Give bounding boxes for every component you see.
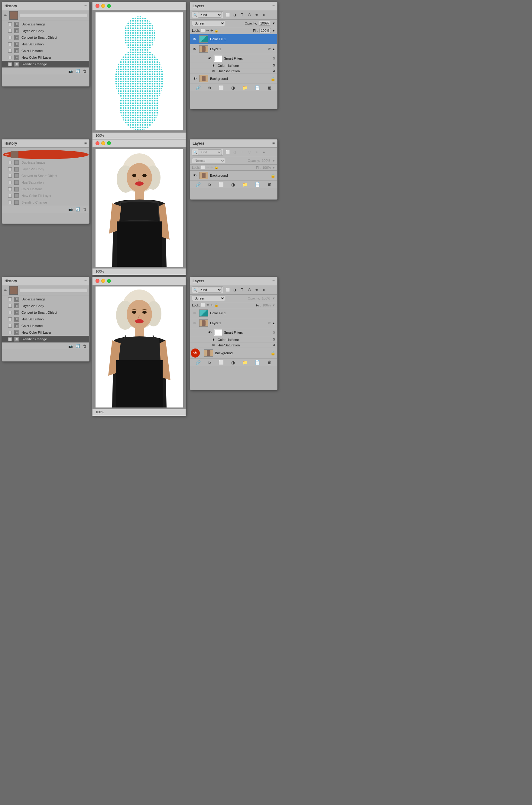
trash-icon-1[interactable]: 🗑 — [82, 69, 87, 74]
eye-hue-sat-1[interactable]: 👁 — [212, 69, 215, 73]
group-btn-2[interactable]: 📁 — [242, 182, 247, 187]
checkbox-1-2[interactable] — [8, 36, 12, 39]
eye-smart-filters-1[interactable]: 👁 — [207, 56, 212, 61]
lock-pixel-icon-3[interactable]: ⬜ — [201, 303, 205, 307]
group-btn-1[interactable]: 📁 — [242, 85, 247, 90]
checkbox-3-3[interactable] — [8, 317, 12, 321]
history-item-3-0[interactable]: Duplicate Image — [2, 296, 89, 303]
hue-sat-row-3[interactable]: 👁 Hue/Saturation ⚙ — [190, 343, 277, 348]
delete-btn-3[interactable]: 🗑 — [267, 360, 272, 365]
history-item-3-5[interactable]: New Color Fill Layer — [2, 329, 89, 336]
new-layer-btn-1[interactable]: 📄 — [255, 85, 260, 90]
link-layers-btn-3[interactable]: 🔗 — [195, 360, 201, 365]
shape-filter-btn-1[interactable]: ⬡ — [246, 12, 252, 18]
mask-btn-3[interactable]: ⬜ — [218, 360, 224, 365]
history-item-2-4[interactable]: Color Halftone — [2, 186, 89, 193]
history-item-2-3[interactable]: Hue/Saturation — [2, 179, 89, 186]
layers-menu-icon-3[interactable]: ≡ — [272, 279, 275, 283]
adj-btn-3[interactable]: ◑ — [231, 360, 235, 365]
lock-all-icon-2[interactable]: 🔒 — [214, 165, 218, 169]
layer1-expand-icon-3[interactable]: ▲ — [272, 321, 276, 325]
adj-btn-2[interactable]: ◑ — [231, 182, 235, 187]
kind-search-1[interactable]: 🔍 Kind — [192, 12, 223, 18]
layer-item-color-fill-3[interactable]: 👁 Color Fill 1 — [190, 308, 277, 318]
blend-mode-select-3[interactable]: Screen Normal — [192, 296, 225, 301]
checkbox-3-4[interactable] — [8, 324, 12, 328]
close-button-3[interactable] — [96, 279, 99, 283]
lock-all-icon-1[interactable]: 🔒 — [214, 29, 218, 33]
delete-btn-2[interactable]: 🗑 — [267, 182, 272, 187]
smart-filter-btn-2[interactable]: ★ — [253, 149, 260, 155]
history-menu-icon-1[interactable]: ≡ — [84, 4, 87, 8]
lock-pixel-icon-2[interactable]: ⬜ — [201, 165, 205, 169]
camera-icon-1[interactable]: 📷 — [68, 69, 73, 74]
link-layers-btn-2[interactable]: 🔗 — [195, 182, 201, 187]
pixel-filter-btn-1[interactable]: ⬜ — [225, 12, 231, 18]
layer-item-layer1-1[interactable]: 👁 Layer 1 👁 ▲ — [190, 44, 277, 54]
hue-sat-adjust-1[interactable]: ⚙ — [272, 69, 276, 73]
history-menu-icon-2[interactable]: ≡ — [84, 141, 87, 146]
eye-color-fill-3[interactable]: 👁 — [192, 310, 197, 316]
history-item-1-5[interactable]: New Color Fill Layer — [2, 54, 89, 61]
adjustment-filter-btn-1[interactable]: ◑ — [232, 12, 238, 18]
kind-dropdown-1[interactable]: Kind — [198, 12, 222, 18]
color-halftone-adjust-3[interactable]: ⚙ — [272, 337, 276, 342]
lock-brush-icon-1[interactable]: ✏ — [206, 29, 209, 33]
kind-dropdown-3[interactable]: Kind — [198, 287, 222, 293]
history-item-2-2[interactable]: Convert to Smart Object — [2, 172, 89, 179]
toggle-filter-btn-2[interactable]: ● — [261, 149, 267, 155]
type-filter-btn-3[interactable]: T — [239, 287, 245, 293]
traffic-lights-3[interactable] — [96, 279, 111, 283]
history-item-2-0[interactable]: Duplicate Image — [2, 159, 89, 166]
layer-item-layer1-3[interactable]: 👁 Layer 1 👁 ▲ — [190, 318, 277, 328]
checkbox-2-2[interactable] — [8, 174, 12, 178]
checkbox-3-6[interactable] — [8, 337, 12, 341]
pixel-filter-btn-2[interactable]: ⬜ — [225, 149, 231, 155]
checkbox-3-5[interactable] — [8, 331, 12, 334]
checkbox-1-1[interactable] — [8, 29, 12, 33]
mask-btn-2[interactable]: ⬜ — [218, 182, 224, 187]
pixel-filter-btn-3[interactable]: ⬜ — [225, 287, 231, 293]
history-menu-icon-3[interactable]: ≡ — [84, 279, 87, 283]
history-item-1-1[interactable]: Layer Via Copy — [2, 28, 89, 34]
traffic-lights-2[interactable] — [96, 141, 111, 145]
checkbox-3-0[interactable] — [8, 297, 12, 301]
layer1-expand-icon-1[interactable]: ▲ — [272, 47, 276, 51]
lock-brush-icon-3[interactable]: ✏ — [206, 303, 209, 307]
checkbox-2-6[interactable] — [8, 201, 12, 204]
history-item-2-1[interactable]: Layer Via Copy — [2, 166, 89, 172]
history-item-2-5[interactable]: New Color Fill Layer — [2, 193, 89, 199]
shape-filter-btn-3[interactable]: ⬡ — [246, 287, 252, 293]
kind-dropdown-2[interactable]: Kind — [198, 149, 222, 155]
shape-filter-btn-2[interactable]: ⬡ — [246, 149, 252, 155]
group-btn-3[interactable]: 📁 — [242, 360, 247, 365]
toggle-filter-btn-1[interactable]: ● — [261, 12, 267, 18]
new-state-icon-2[interactable]: 🔄 — [75, 207, 80, 212]
adjustment-filter-btn-3[interactable]: ◑ — [232, 287, 238, 293]
camera-icon-2[interactable]: 📷 — [68, 207, 73, 212]
hue-sat-row-1[interactable]: 👁 Hue/Saturation ⚙ — [190, 68, 277, 74]
minimize-button-3[interactable] — [101, 279, 105, 283]
maximize-button-3[interactable] — [107, 279, 111, 283]
link-layers-btn-1[interactable]: 🔗 — [195, 85, 201, 90]
history-snapshot-1[interactable]: ✏ — [2, 10, 89, 21]
history-item-1-2[interactable]: Convert to Smart Object — [2, 34, 89, 41]
smart-filter-btn-1[interactable]: ★ — [253, 12, 260, 18]
history-item-3-3[interactable]: Hue/Saturation — [2, 316, 89, 323]
camera-icon-3[interactable]: 📷 — [68, 344, 73, 348]
history-item-3-1[interactable]: Layer Via Copy — [2, 303, 89, 309]
eye-bg-2[interactable]: 👁 — [192, 173, 197, 178]
layer-item-color-fill-1[interactable]: 👁 Color Fill 1 — [190, 34, 277, 44]
history-item-1-4[interactable]: Color Halftone — [2, 48, 89, 54]
trash-icon-2[interactable]: 🗑 — [82, 207, 87, 212]
maximize-button-1[interactable] — [107, 4, 111, 8]
fx-btn-2[interactable]: fx — [208, 183, 211, 186]
type-filter-btn-1[interactable]: T — [239, 12, 245, 18]
checkbox-3-1[interactable] — [8, 304, 12, 308]
color-halftone-adjust-1[interactable]: ⚙ — [272, 63, 276, 68]
layer-item-bg-2[interactable]: 👁 Background 🔒 — [190, 171, 277, 181]
fx-btn-3[interactable]: fx — [208, 361, 211, 364]
lock-move-icon-1[interactable]: ✛ — [210, 29, 213, 33]
lock-move-icon-3[interactable]: ✛ — [210, 303, 213, 307]
checkbox-2-0[interactable] — [8, 161, 12, 164]
